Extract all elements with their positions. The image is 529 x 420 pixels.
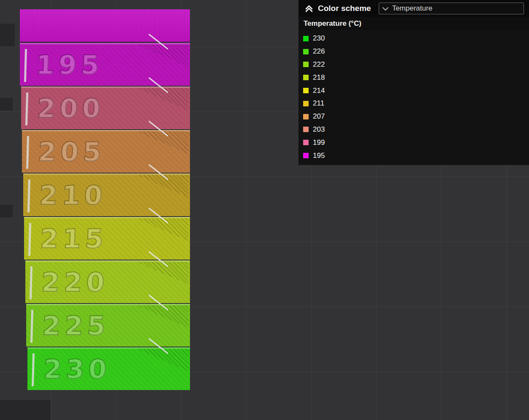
legend-item: 222 [298,58,529,71]
color-swatch [303,88,309,93]
chevron-double-up-icon[interactable] [304,4,314,13]
wipe-strip [25,92,28,125]
tower-block-label: 225 [41,305,110,347]
legend-value: 222 [313,60,325,69]
tower-block[interactable]: 195 [20,43,190,86]
wipe-strip [30,310,33,343]
bed-edge-patch [0,24,15,46]
legend-item: 211 [298,97,529,110]
bed-edge-patch [0,205,13,217]
tower-block[interactable]: 200 [21,87,190,129]
tower-block-label: 195 [35,44,104,86]
legend-item: 214 [298,84,529,97]
overhang-pattern [125,262,188,290]
legend-item: 226 [298,45,529,58]
tower-block[interactable]: 220 [25,260,190,303]
tower-block-label: 205 [37,131,106,173]
legend-value: 195 [313,152,325,160]
tower-block-label: 220 [41,262,109,303]
tower-block-label: 200 [36,88,105,129]
overhang-pattern [125,88,188,116]
legend-list: 230 226 222 218 214 211 207 203 [298,30,529,165]
legend-item: 199 [298,136,529,149]
color-swatch [303,36,309,41]
legend-subtitle: Temperature (°C) [298,17,529,30]
color-swatch [303,75,309,80]
color-swatch [303,62,309,67]
color-swatch [303,114,309,119]
overhang-pattern [125,175,188,203]
color-swatch [303,49,309,54]
wipe-strip [30,266,33,299]
tower-top-plate[interactable] [20,9,190,42]
wipe-strip [28,223,31,256]
legend-value: 214 [313,87,325,95]
tower-block[interactable]: 215 [24,217,190,260]
chevron-down-icon [383,7,388,11]
legend-value: 218 [313,73,325,82]
bed-edge-patch [0,400,51,420]
color-scheme-header: Color scheme Temperature [298,0,529,17]
tower-block[interactable]: 225 [26,304,190,347]
legend-item: 218 [298,71,529,84]
legend-item: 207 [298,110,529,123]
color-scheme-dropdown[interactable]: Temperature [379,3,524,14]
legend-value: 211 [313,99,324,108]
color-swatch [303,101,309,106]
wipe-strip [32,353,35,386]
tower-block-label: 230 [43,349,111,390]
tower-block-label: 215 [39,218,108,260]
tower-block-label: 210 [38,175,107,216]
tower-block[interactable]: 205 [22,130,190,173]
legend-value: 199 [313,138,325,147]
overhang-pattern [125,44,188,72]
legend-item: 195 [298,149,529,162]
color-swatch [303,153,309,158]
color-swatch [303,140,309,145]
overhang-pattern [125,218,188,246]
legend-value: 203 [313,125,325,134]
wipe-strip [26,136,29,169]
wipe-strip [24,49,27,82]
overhang-pattern [125,305,188,333]
legend-value: 230 [313,34,325,43]
legend-item: 230 [298,32,529,45]
legend-item: 203 [298,123,529,136]
tower-block[interactable]: 230 [27,347,190,390]
tower-block[interactable]: 210 [23,173,190,216]
wipe-strip [27,179,30,212]
legend-value: 207 [313,112,325,121]
temperature-tower[interactable]: 195 200 205 210 215 [20,9,190,390]
panel-title: Color scheme [318,4,371,13]
bed-edge-patch [0,98,13,111]
overhang-pattern [125,349,188,377]
color-scheme-panel: Color scheme Temperature Temperature (°C… [298,0,529,165]
overhang-pattern [125,131,188,159]
color-swatch [303,127,309,132]
dropdown-selected-value: Temperature [392,4,432,13]
legend-value: 226 [313,47,325,56]
